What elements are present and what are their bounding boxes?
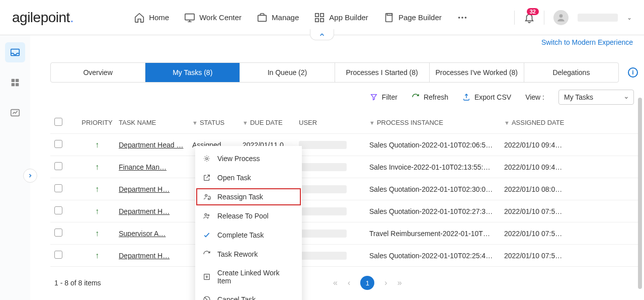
- filter-button[interactable]: Filter: [370, 93, 397, 101]
- task-name-link[interactable]: Department H…: [119, 252, 170, 260]
- menu-task-rework[interactable]: Task Rework: [195, 245, 302, 264]
- page-prev[interactable]: ‹: [348, 278, 350, 287]
- pagination-range: 1 - 8 of 8 items: [54, 279, 101, 287]
- task-name-link[interactable]: Department H…: [119, 185, 170, 193]
- select-all-checkbox[interactable]: [54, 118, 62, 126]
- tab-processes-worked[interactable]: Processes I've Worked (8): [430, 63, 524, 82]
- menu-complete-task[interactable]: Complete Task: [195, 226, 302, 245]
- chevron-down-icon[interactable]: ⌄: [627, 14, 632, 21]
- row-checkbox[interactable]: [54, 229, 62, 237]
- export-icon: [462, 93, 470, 101]
- tab-processes-started[interactable]: Processes I Started (8): [335, 63, 430, 82]
- info-icon[interactable]: i: [628, 67, 638, 78]
- menu-label: Reassign Task: [217, 193, 263, 201]
- col-process-instance[interactable]: ▼PROCESS INSTANCE: [369, 119, 504, 126]
- col-due-date[interactable]: ▼DUE DATE: [243, 119, 299, 126]
- row-checkbox[interactable]: [54, 140, 62, 148]
- refresh-label: Refresh: [424, 93, 448, 101]
- nav-manage[interactable]: Manage: [257, 12, 299, 23]
- briefcase-icon: [257, 12, 268, 23]
- table-row[interactable]: ↑Finance Man…/11 0…Sales Invoice-2022-01…: [50, 156, 638, 178]
- view-process-icon: [202, 154, 211, 163]
- ellipsis-icon: [457, 12, 468, 23]
- col-task-name[interactable]: TASK NAME: [119, 119, 192, 126]
- check-icon: [202, 231, 211, 240]
- task-name-link[interactable]: Supervisor A…: [119, 230, 166, 238]
- task-name-link[interactable]: Finance Man…: [119, 163, 167, 171]
- svg-rect-5: [320, 18, 324, 21]
- table-row[interactable]: ↑Department Head …Assigned2022/01/11 0…S…: [50, 134, 638, 156]
- svg-point-9: [461, 17, 463, 19]
- divider: [544, 11, 544, 25]
- svg-rect-16: [16, 83, 19, 86]
- logo-dot: .: [70, 10, 73, 25]
- nav-page-builder[interactable]: Page Builder: [383, 12, 442, 23]
- pagination: « ‹ 1 › »: [333, 276, 401, 290]
- nav-app-builder[interactable]: App Builder: [314, 12, 368, 23]
- export-csv-button[interactable]: Export CSV: [462, 93, 511, 101]
- svg-point-11: [559, 14, 563, 18]
- table-footer: 1 - 8 of 8 items « ‹ 1 › »: [50, 267, 638, 299]
- col-user[interactable]: USER: [299, 119, 369, 126]
- main-content: Switch to Modern Experience Overview My …: [30, 35, 644, 300]
- page-last[interactable]: »: [397, 278, 402, 287]
- col-status[interactable]: ▼STATUS: [192, 119, 243, 126]
- tab-overview[interactable]: Overview: [51, 63, 145, 82]
- svg-rect-6: [385, 13, 392, 22]
- page-first[interactable]: «: [333, 278, 338, 287]
- col-priority[interactable]: PRIORITY: [75, 119, 119, 126]
- process-instance-cell: Sales Quotation-2022-01-10T02:06:5…: [369, 141, 504, 149]
- svg-point-10: [464, 17, 466, 19]
- home-icon: [134, 12, 145, 23]
- table-row[interactable]: ↑Department H…/11 0…Sales Quotation-2022…: [50, 200, 638, 222]
- table-row[interactable]: ↑Department H…/11 0…Sales Quotation-2022…: [50, 178, 638, 200]
- divider: [514, 11, 515, 25]
- nav-app-builder-label: App Builder: [329, 13, 368, 22]
- menu-release-to-pool[interactable]: Release To Pool: [195, 206, 302, 226]
- row-checkbox[interactable]: [54, 162, 62, 170]
- view-select[interactable]: My Tasks: [558, 90, 634, 105]
- menu-cancel-task[interactable]: Cancel Task: [195, 290, 302, 300]
- scrollbar[interactable]: [638, 98, 642, 289]
- row-checkbox[interactable]: [54, 206, 62, 214]
- table-row[interactable]: ↑Supervisor A…/11 0…Travel Reimbursement…: [50, 222, 638, 245]
- nav-work-center[interactable]: Work Center: [184, 12, 242, 23]
- cancel-icon: [202, 295, 211, 300]
- svg-rect-4: [315, 18, 318, 21]
- process-instance-cell: Sales Quotation-2022-01-10T02:27:3…: [369, 207, 504, 215]
- avatar[interactable]: [553, 10, 569, 25]
- page-current[interactable]: 1: [360, 276, 374, 290]
- table-row[interactable]: ↑Department H…/11 0…Sales Quotation-2022…: [50, 245, 638, 267]
- row-checkbox[interactable]: [54, 184, 62, 192]
- menu-label: Complete Task: [217, 231, 264, 239]
- switch-experience-link[interactable]: Switch to Modern Experience: [541, 38, 633, 46]
- user-redacted: [299, 252, 347, 260]
- col-assigned-date[interactable]: ▼ASSIGNED DATE: [504, 119, 575, 126]
- menu-create-linked-work-item[interactable]: Create Linked Work Item: [195, 264, 302, 290]
- nav-home[interactable]: Home: [134, 12, 169, 23]
- task-name-link[interactable]: Department Head …: [119, 141, 183, 149]
- assigned-date-cell: 2022/01/10 07:5…: [504, 230, 575, 238]
- user-redacted: [299, 207, 347, 215]
- assigned-date-cell: 2022/01/10 09:4…: [504, 141, 575, 149]
- refresh-button[interactable]: Refresh: [412, 93, 448, 101]
- sidebar-item-analytics[interactable]: [5, 103, 25, 123]
- tab-in-queue[interactable]: In Queue (2): [240, 63, 335, 82]
- row-checkbox[interactable]: [54, 251, 62, 259]
- sidebar-item-inbox[interactable]: [5, 42, 25, 62]
- sidebar-item-apps[interactable]: [5, 72, 25, 93]
- top-nav: Home Work Center Manage App Builder Page…: [134, 12, 468, 23]
- task-table: PRIORITY TASK NAME ▼STATUS ▼DUE DATE USE…: [50, 112, 638, 267]
- notifications[interactable]: 32: [524, 12, 535, 23]
- task-name-link[interactable]: Department H…: [119, 207, 170, 215]
- page-next[interactable]: ›: [384, 278, 387, 287]
- tab-my-tasks[interactable]: My Tasks (8): [145, 63, 240, 82]
- user-redacted: [299, 185, 347, 193]
- user-name-redacted: [578, 14, 618, 22]
- tab-delegations[interactable]: Delegations: [524, 63, 618, 82]
- menu-open-task[interactable]: Open Task: [195, 168, 302, 187]
- nav-more[interactable]: [457, 12, 468, 23]
- menu-reassign-task[interactable]: Reassign Task: [195, 187, 302, 206]
- collapse-header-handle[interactable]: [310, 29, 334, 40]
- menu-view-process[interactable]: View Process: [195, 149, 302, 168]
